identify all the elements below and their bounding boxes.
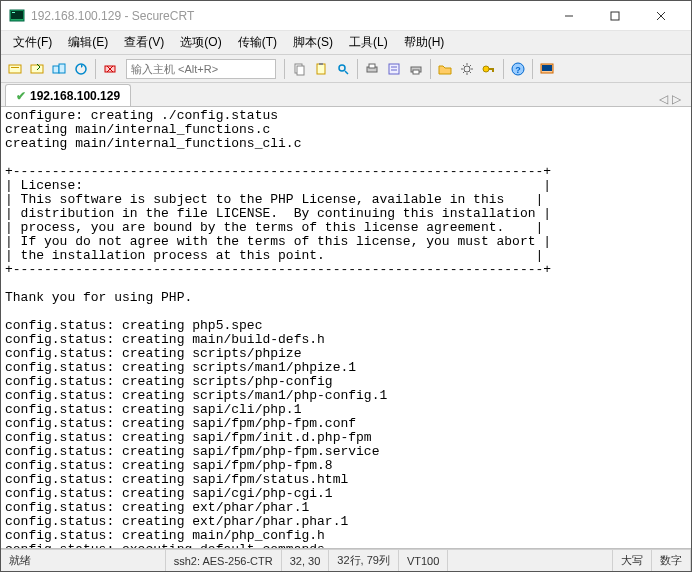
statusbar: 就绪 ssh2: AES-256-CTR 32, 30 32行, 79列 VT1… — [1, 549, 691, 571]
svg-rect-24 — [389, 64, 399, 74]
tab-label: 192.168.100.129 — [30, 89, 120, 103]
svg-rect-23 — [369, 64, 375, 68]
print-icon[interactable] — [362, 59, 382, 79]
reconnect-icon[interactable] — [71, 59, 91, 79]
separator — [95, 59, 96, 79]
menu-help[interactable]: 帮助(H) — [396, 32, 453, 53]
svg-rect-9 — [31, 65, 43, 73]
menu-edit[interactable]: 编辑(E) — [60, 32, 116, 53]
status-size: 32行, 79列 — [329, 550, 399, 571]
svg-point-20 — [339, 65, 345, 71]
close-button[interactable] — [638, 2, 683, 30]
status-cipher: ssh2: AES-256-CTR — [166, 550, 282, 571]
paste-icon[interactable] — [311, 59, 331, 79]
maximize-button[interactable] — [592, 2, 637, 30]
status-spacer — [448, 550, 613, 571]
key-icon[interactable] — [479, 59, 499, 79]
app-icon — [9, 8, 25, 24]
copy-icon[interactable] — [289, 59, 309, 79]
svg-rect-17 — [297, 66, 304, 75]
menu-tools[interactable]: 工具(L) — [341, 32, 396, 53]
svg-rect-28 — [413, 70, 419, 74]
separator — [532, 59, 533, 79]
quick-connect-icon[interactable] — [27, 59, 47, 79]
svg-rect-36 — [542, 65, 552, 71]
tabbar: ✔ 192.168.100.129 ◁ ▷ — [1, 83, 691, 107]
folder-icon[interactable] — [435, 59, 455, 79]
print2-icon[interactable] — [406, 59, 426, 79]
separator — [503, 59, 504, 79]
check-icon: ✔ — [16, 89, 26, 103]
tab-prev-icon[interactable]: ◁ — [659, 92, 668, 106]
connect-icon[interactable] — [5, 59, 25, 79]
svg-rect-8 — [11, 67, 19, 68]
svg-point-29 — [464, 66, 470, 72]
tab-nav: ◁ ▷ — [659, 92, 687, 106]
session-tab[interactable]: ✔ 192.168.100.129 — [5, 84, 131, 106]
svg-rect-11 — [59, 64, 65, 73]
tab-next-icon[interactable]: ▷ — [672, 92, 681, 106]
help-icon[interactable]: ? — [508, 59, 528, 79]
menu-options[interactable]: 选项(O) — [172, 32, 229, 53]
menu-transfer[interactable]: 传输(T) — [230, 32, 285, 53]
svg-text:?: ? — [515, 65, 521, 75]
terminal-output[interactable]: configure: creating ./config.status crea… — [1, 107, 691, 549]
menu-file[interactable]: 文件(F) — [5, 32, 60, 53]
status-cursor: 32, 30 — [282, 550, 330, 571]
minimize-button[interactable] — [546, 2, 591, 30]
svg-rect-10 — [53, 66, 59, 73]
menu-view[interactable]: 查看(V) — [116, 32, 172, 53]
svg-rect-19 — [319, 63, 323, 65]
separator — [284, 59, 285, 79]
window-title: 192.168.100.129 - SecureCRT — [31, 9, 546, 23]
svg-rect-4 — [611, 12, 619, 20]
status-emulation: VT100 — [399, 550, 448, 571]
screen-icon[interactable] — [537, 59, 557, 79]
svg-rect-18 — [317, 64, 325, 74]
menubar: 文件(F) 编辑(E) 查看(V) 选项(O) 传输(T) 脚本(S) 工具(L… — [1, 31, 691, 55]
disconnect-icon[interactable] — [100, 59, 120, 79]
menu-script[interactable]: 脚本(S) — [285, 32, 341, 53]
svg-point-30 — [483, 66, 489, 72]
svg-rect-2 — [12, 12, 15, 13]
titlebar: 192.168.100.129 - SecureCRT — [1, 1, 691, 31]
separator — [357, 59, 358, 79]
session-tabs-icon[interactable] — [49, 59, 69, 79]
host-input[interactable] — [126, 59, 276, 79]
properties-icon[interactable] — [384, 59, 404, 79]
status-caps: 大写 — [613, 550, 652, 571]
svg-rect-7 — [9, 65, 21, 73]
status-num: 数字 — [652, 550, 691, 571]
find-icon[interactable] — [333, 59, 353, 79]
settings-icon[interactable] — [457, 59, 477, 79]
svg-line-21 — [345, 71, 348, 74]
status-ready: 就绪 — [1, 550, 166, 571]
toolbar: ? — [1, 55, 691, 83]
separator — [430, 59, 431, 79]
